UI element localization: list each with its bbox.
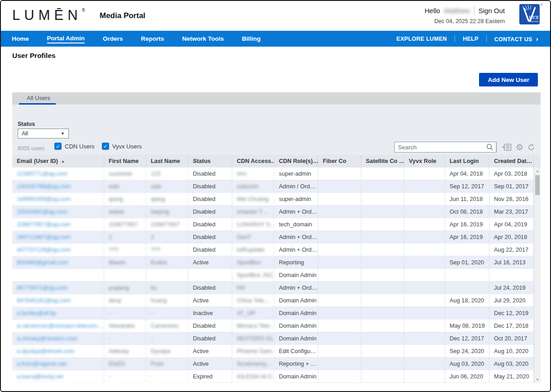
cell-cdn_access: nnn <box>232 167 274 180</box>
cell-satellite_co <box>361 180 404 193</box>
cell-created_date: May 21, 2020 <box>489 370 534 383</box>
cell-first_name: yuqiang <box>104 282 146 294</box>
cell-last_login: Aug 18, 2020 <box>445 294 489 307</box>
nav-item-home[interactable]: Home <box>12 34 29 43</box>
checkbox-checked-icon[interactable]: ✓ <box>54 143 62 150</box>
cdn-users-filter[interactable]: ✓CDN Users <box>54 143 95 150</box>
cell-satellite_co <box>361 256 404 269</box>
cell-fiber_co <box>318 269 361 282</box>
user-name: Matthew <box>444 7 470 14</box>
cell-created_date: Apr 20, 2018 <box>489 231 534 244</box>
cell-last_login: May 08, 2019 <box>445 320 489 332</box>
cell-email[interactable]: a.chiraky@nexters.com <box>12 332 104 345</box>
cell-email[interactable]: a.frois@ingenis.net <box>12 358 104 370</box>
app-window: LUMĒN® Media Portal Hello Matthew Sign O… <box>0 0 551 392</box>
nav-item-explore-lumen[interactable]: EXPLORE LUMEN <box>397 35 447 43</box>
cell-created_date: Aug 10, 2020 <box>489 345 534 358</box>
cell-last_login: Dec 12, 2017 <box>445 332 489 345</box>
cell-email[interactable]: 12345771@qq.com <box>12 167 104 180</box>
cell-fiber_co <box>318 231 361 244</box>
panel-body: Status All ▼ 6005 users ✓CDN Users✓Vyvx … <box>12 105 541 383</box>
main-nav-items: HomePortal AdminOrdersReportsNetwork Too… <box>12 34 261 43</box>
cell-last_login: Sep 12, 2017 <box>445 180 489 193</box>
cell-status: Disabled <box>188 244 232 256</box>
checkbox-checked-icon[interactable]: ✓ <box>102 143 109 150</box>
vertical-scrollbar[interactable]: ▲ ▼ <box>534 167 541 383</box>
scrollbar-thumb[interactable] <box>535 175 540 195</box>
scroll-down-icon[interactable]: ▼ <box>534 378 541 381</box>
table-row: a.chiraky@nexters.com--DisabledNEXTERS G… <box>12 332 534 345</box>
cell-vyvx_role <box>404 256 445 269</box>
cell-created_date: Sep 01, 2017 <box>489 180 534 193</box>
vyvx-users-filter[interactable]: ✓Vyvx Users <box>102 143 142 150</box>
cell-last_login <box>445 282 489 294</box>
cell-email[interactable]: a.bortko@af.by <box>12 307 104 320</box>
cell-cdn_access: HH <box>232 282 274 294</box>
table-row: 226877657@qq.com226877657226877657Disabl… <box>12 218 534 231</box>
column-header-vyvx_role[interactable]: Vyvx Role <box>404 155 445 167</box>
nav-item-reports[interactable]: Reports <box>141 34 164 43</box>
checkbox-label: Vyvx Users <box>112 143 142 150</box>
cell-email[interactable]: 447737129@qq.com <box>12 244 104 256</box>
column-chooser-icon[interactable] <box>502 143 512 151</box>
nav-item-billing[interactable]: Billing <box>242 34 260 43</box>
column-header-status[interactable]: Status <box>188 155 232 167</box>
cell-email[interactable]: 149990309@qq.com <box>12 193 104 206</box>
column-header-first_name[interactable]: First Name <box>104 155 146 167</box>
cell-vyvx_role <box>404 193 445 206</box>
cell-email <box>12 269 104 282</box>
nav-item-portal-admin[interactable]: Portal Admin <box>47 34 85 43</box>
tab-all-users[interactable]: All Users <box>12 92 57 105</box>
cell-email[interactable]: 847640182@qq.com <box>12 294 104 307</box>
cell-email[interactable]: 650465@gmail.com <box>12 256 104 269</box>
nav-item-help[interactable]: HELP <box>463 35 479 43</box>
cell-last_name: huang <box>146 294 188 307</box>
column-header-cdn_roles[interactable]: CDN Role(s)… <box>274 155 318 167</box>
nav-item-contact-us[interactable]: CONTACT US› <box>494 34 538 43</box>
sign-out-link[interactable]: Sign Out <box>479 7 505 14</box>
column-header-satellite_co[interactable]: Satellite Co … <box>361 155 404 167</box>
refresh-icon[interactable] <box>527 143 535 151</box>
column-header-email[interactable]: Email (User ID)▲ <box>12 155 104 167</box>
cell-email[interactable]: 130330786@qq.com <box>12 180 104 193</box>
cell-first_name: ENZO <box>104 358 146 370</box>
settings-gear-icon[interactable]: ⚙ <box>516 143 523 152</box>
column-header-last_name[interactable]: Last Name <box>146 155 188 167</box>
cell-last_login: Aug 03, 2020 <box>445 358 489 370</box>
nav-item-network-tools[interactable]: Network Tools <box>182 34 224 43</box>
cell-fiber_co <box>318 180 361 193</box>
cell-email[interactable]: a.carvennec@monaco-telecom… <box>12 320 104 332</box>
status-select[interactable]: All ▼ <box>18 129 69 139</box>
lumen-logo: LUMĒN® <box>12 7 85 24</box>
cell-status: Disabled <box>188 320 232 332</box>
cell-last_login: Jun 11, 2018 <box>445 193 489 206</box>
cell-email[interactable]: 280712887@qq.com <box>12 231 104 244</box>
search-input[interactable] <box>395 144 486 151</box>
cell-status: Disabled <box>188 218 232 231</box>
cell-email[interactable]: a.barra@incity.net <box>12 370 104 383</box>
search-icon[interactable] <box>486 143 494 151</box>
cell-status: Active <box>188 256 232 269</box>
user-table: Email (User ID)▲First NameLast NameStatu… <box>12 155 541 383</box>
cell-email[interactable]: a.dyudya@elronk.com <box>12 345 104 358</box>
nav-separator <box>486 35 487 42</box>
cell-cdn_roles: Reporting + … <box>274 358 318 370</box>
cell-created_date: Aug 22, 2017 <box>489 244 534 256</box>
column-header-fiber_co[interactable]: Fiber Co <box>318 155 361 167</box>
scroll-up-icon[interactable]: ▲ <box>534 169 541 172</box>
cell-cdn_access: IGLESIA NI C… <box>232 370 274 383</box>
cell-first_name: - <box>104 370 146 383</box>
cell-email[interactable]: 15533482@qq.com <box>12 206 104 218</box>
column-header-cdn_access[interactable]: CDN Access… <box>232 155 274 167</box>
nav-item-orders[interactable]: Orders <box>103 34 123 43</box>
column-header-last_login[interactable]: Last Login <box>445 155 489 167</box>
cell-status: Disabled <box>188 206 232 218</box>
table-row: 280712887@qq.com22DisabledGeoTAdmin + Or… <box>12 231 534 244</box>
cell-email[interactable]: 226877657@qq.com <box>12 218 104 231</box>
cell-last_login: Sep 24, 2020 <box>445 345 489 358</box>
table-row: 85775972@qq.comyuqiangliuDisabledHHAdmin… <box>12 282 534 294</box>
cell-email[interactable]: 85775972@qq.com <box>12 282 104 294</box>
cell-last_name: Kudos <box>146 256 188 269</box>
add-new-user-button[interactable]: Add New User <box>479 73 538 86</box>
column-header-created_date[interactable]: Created Dat… <box>489 155 534 167</box>
